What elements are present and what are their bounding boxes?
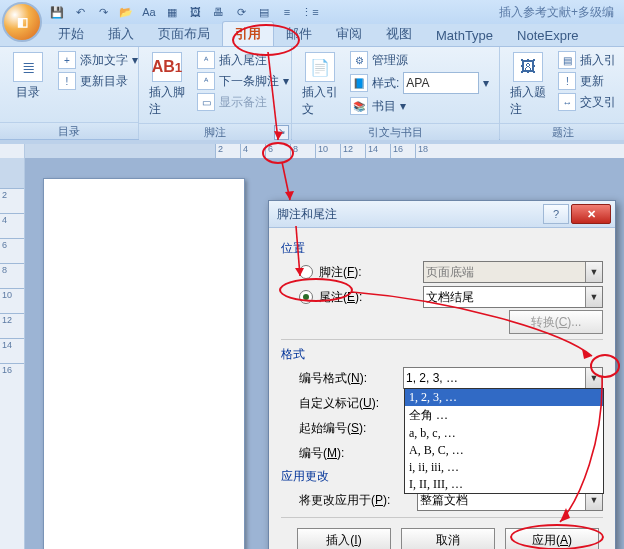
dialog-title: 脚注和尾注 xyxy=(273,206,541,223)
insert-footnote-button[interactable]: AB1 插入脚注 xyxy=(145,50,189,120)
cross-ref-icon: ↔ xyxy=(558,93,576,111)
tab-references[interactable]: 引用 xyxy=(222,21,274,46)
bibliography-icon: 📚 xyxy=(350,97,368,115)
group-footnotes-label: 脚注↘ xyxy=(139,123,291,140)
label-custom: 自定义标记(U): xyxy=(299,395,403,412)
insert-citation-button[interactable]: 📄 插入引文 xyxy=(298,50,342,120)
insert-endnote-button[interactable]: ᴬ插入尾注 xyxy=(193,50,293,70)
cross-ref-label: 交叉引 xyxy=(580,94,616,111)
bibliography-label: 书目 xyxy=(372,98,396,115)
qat-refresh[interactable]: ⟳ xyxy=(231,2,251,22)
endnote-location-select[interactable]: 文档结尾▼ xyxy=(423,286,603,308)
qat-indent[interactable]: ▤ xyxy=(254,2,274,22)
group-captions: 🖼 插入题注 ▤插入引 !更新 ↔交叉引 题注 xyxy=(500,47,624,139)
insert-caption-button[interactable]: 🖼 插入题注 xyxy=(506,50,550,120)
numfmt-option[interactable]: I, II, III, … xyxy=(405,476,603,493)
tab-mail[interactable]: 邮件 xyxy=(274,22,324,46)
qat-table[interactable]: ▦ xyxy=(162,2,182,22)
label-numfmt: 编号格式(N): xyxy=(299,370,403,387)
label-start: 起始编号(S): xyxy=(299,420,403,437)
insert-caption-icon: 🖼 xyxy=(513,52,543,82)
insert-tof-label: 插入引 xyxy=(580,52,616,69)
insert-citation-icon: 📄 xyxy=(305,52,335,82)
update-toc-label: 更新目录 xyxy=(80,73,128,90)
update-caption-button[interactable]: !更新 xyxy=(554,71,620,91)
dialog-close-button[interactable]: ✕ xyxy=(571,204,611,224)
insert-citation-label: 插入引文 xyxy=(302,84,338,118)
office-button[interactable]: ◧ xyxy=(2,2,42,42)
tab-mathtype[interactable]: MathType xyxy=(424,25,505,46)
quick-access-toolbar: 💾 ↶ ↷ 📂 Aa ▦ 🖼 🖶 ⟳ ▤ ≡ ⋮≡ 插入参考文献+多级编 xyxy=(0,0,624,24)
ribbon-tabs: 开始 插入 页面布局 引用 邮件 审阅 视图 MathType NoteExpr… xyxy=(0,24,624,47)
qat-list[interactable]: ≡ xyxy=(277,2,297,22)
cancel-button[interactable]: 取消 xyxy=(401,528,495,549)
numfmt-option[interactable]: 1, 2, 3, … xyxy=(405,389,603,406)
qat-image[interactable]: 🖼 xyxy=(185,2,205,22)
section-format: 格式 xyxy=(281,346,603,363)
tab-insert[interactable]: 插入 xyxy=(96,22,146,46)
insert-endnote-icon: ᴬ xyxy=(197,51,215,69)
add-text-button[interactable]: +添加文字 ▾ xyxy=(54,50,142,70)
apply-button[interactable]: 应用(A) xyxy=(505,528,599,549)
label-applyto: 将更改应用于(P): xyxy=(299,492,417,509)
show-notes-button[interactable]: ▭显示备注 xyxy=(193,92,293,112)
group-toc-label: 目录 xyxy=(0,122,138,139)
qat-print[interactable]: 🖶 xyxy=(208,2,228,22)
add-text-icon: + xyxy=(58,51,76,69)
qat-undo[interactable]: ↶ xyxy=(70,2,90,22)
footnote-location-select: 页面底端▼ xyxy=(423,261,603,283)
qat-save[interactable]: 💾 xyxy=(47,2,67,22)
tab-review[interactable]: 审阅 xyxy=(324,22,374,46)
numfmt-option[interactable]: A, B, C, … xyxy=(405,442,603,459)
cross-ref-button[interactable]: ↔交叉引 xyxy=(554,92,620,112)
update-toc-button[interactable]: !更新目录 xyxy=(54,71,142,91)
numfmt-option[interactable]: 全角 … xyxy=(405,406,603,425)
insert-footnote-label: 插入脚注 xyxy=(149,84,185,118)
group-citations: 📄 插入引文 ⚙管理源 📘样式: ▾ 📚书目 ▾ 引文与书目 xyxy=(292,47,500,139)
document-page[interactable] xyxy=(43,178,245,549)
qat-redo[interactable]: ↷ xyxy=(93,2,113,22)
footnote-endnote-dialog: 脚注和尾注 ? ✕ 位置 脚注(F): 页面底端▼ 尾注(E): 文档结尾▼ 转… xyxy=(268,200,616,549)
dialog-help-button[interactable]: ? xyxy=(543,204,569,224)
label-footnote: 脚注(F): xyxy=(319,264,423,281)
group-captions-label: 题注 xyxy=(500,123,624,140)
update-caption-icon: ! xyxy=(558,72,576,90)
convert-button: 转换(C)... xyxy=(509,310,603,334)
next-footnote-icon: ᴬ xyxy=(197,72,215,90)
manage-sources-button[interactable]: ⚙管理源 xyxy=(346,50,493,70)
numfmt-option[interactable]: i, ii, iii, … xyxy=(405,459,603,476)
numfmt-option[interactable]: a, b, c, … xyxy=(405,425,603,442)
label-numbering: 编号(M): xyxy=(299,445,403,462)
tab-layout[interactable]: 页面布局 xyxy=(146,22,222,46)
next-footnote-label: 下一条脚注 xyxy=(219,73,279,90)
group-footnotes: AB1 插入脚注 ᴬ插入尾注 ᴬ下一条脚注 ▾ ▭显示备注 脚注↘ xyxy=(139,47,292,139)
tab-noteexpress[interactable]: NoteExpre xyxy=(505,25,590,46)
radio-footnote[interactable] xyxy=(299,265,313,279)
style-label: 样式: xyxy=(372,75,399,92)
footnotes-dialog-launcher[interactable]: ↘ xyxy=(274,125,289,140)
qat-font[interactable]: Aa xyxy=(139,2,159,22)
bibliography-button[interactable]: 📚书目 ▾ xyxy=(346,96,493,116)
next-footnote-button[interactable]: ᴬ下一条脚注 ▾ xyxy=(193,71,293,91)
show-notes-label: 显示备注 xyxy=(219,94,267,111)
insert-endnote-label: 插入尾注 xyxy=(219,52,267,69)
chevron-down-icon[interactable]: ▼ xyxy=(585,287,602,307)
tab-home[interactable]: 开始 xyxy=(46,22,96,46)
toc-button[interactable]: ≣ 目录 xyxy=(6,50,50,103)
citation-style-select[interactable] xyxy=(403,72,479,94)
radio-endnote[interactable] xyxy=(299,290,313,304)
dialog-titlebar[interactable]: 脚注和尾注 ? ✕ xyxy=(269,201,615,228)
number-format-select[interactable]: 1, 2, 3, …▼ 1, 2, 3, … 全角 … a, b, c, … A… xyxy=(403,367,603,389)
show-notes-icon: ▭ xyxy=(197,93,215,111)
chevron-down-icon[interactable]: ▼ xyxy=(585,368,602,388)
insert-tof-button[interactable]: ▤插入引 xyxy=(554,50,620,70)
qat-open[interactable]: 📂 xyxy=(116,2,136,22)
qat-bullets[interactable]: ⋮≡ xyxy=(300,2,320,22)
group-citations-label: 引文与书目 xyxy=(292,123,499,140)
vertical-ruler[interactable]: 246810121416 xyxy=(0,158,25,549)
office-icon: ◧ xyxy=(17,15,28,29)
insert-button[interactable]: 插入(I) xyxy=(297,528,391,549)
insert-caption-label: 插入题注 xyxy=(510,84,546,118)
window-title: 插入参考文献+多级编 xyxy=(499,4,620,21)
tab-view[interactable]: 视图 xyxy=(374,22,424,46)
